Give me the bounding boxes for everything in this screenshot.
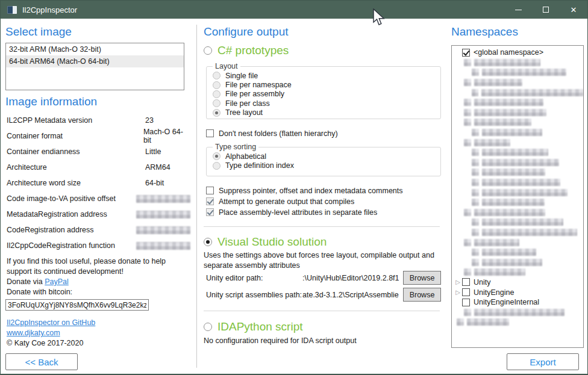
option-label: File per assembly [225, 90, 284, 98]
file-per-namespace-radio[interactable] [213, 81, 220, 89]
redacted-namespace-label [474, 239, 519, 246]
bitcoin-address-input[interactable] [5, 299, 149, 311]
namespace-item-redacted[interactable] [452, 147, 583, 158]
select-image-header: Select image [5, 25, 72, 39]
namespace-item-unityengineinternal[interactable]: UnityEngineInternal [452, 297, 583, 308]
namespace-item-redacted[interactable] [452, 67, 583, 78]
global-namespace-checkbox[interactable] [462, 49, 470, 57]
separator [204, 311, 440, 311]
namespace-item-redacted[interactable] [452, 128, 583, 138]
redacted-checkbox [464, 59, 471, 66]
info-value: 23 [145, 116, 154, 125]
namespace-item-redacted[interactable] [452, 78, 583, 88]
tree-layout-radio[interactable] [213, 109, 220, 117]
separate-attributes-checkbox[interactable] [206, 208, 214, 216]
layout-option[interactable]: Tree layout [213, 108, 436, 117]
namespace-item-redacted[interactable] [452, 137, 583, 147]
compilable-output-checkbox[interactable] [206, 197, 214, 205]
flatten-hierarchy-option[interactable]: Don't nest folders (flatten hierarchy) [206, 129, 338, 138]
image-list-item-selected[interactable]: 64-bit ARM64 (Mach-O 64-bit) [6, 55, 184, 67]
redacted-namespace-label [474, 59, 540, 66]
namespaces-list: <global namespace> ▷ Unity ▷ UnityEngine [451, 45, 584, 348]
file-per-assembly-radio[interactable] [213, 90, 220, 98]
image-list-item[interactable]: 32-bit ARM (Mach-O 32-bit) [6, 43, 184, 55]
paypal-link[interactable]: PayPal [45, 277, 69, 286]
idapython-label: IDAPython script [217, 320, 303, 333]
expander-icon[interactable]: ▷ [454, 289, 462, 296]
namespace-item-redacted[interactable] [452, 158, 583, 168]
website-link[interactable]: www.djkaty.com [7, 329, 60, 337]
namespace-item-redacted[interactable] [452, 307, 583, 317]
layout-option[interactable]: File per namespace [213, 80, 436, 89]
namespace-item-global[interactable]: <global namespace> [452, 48, 583, 58]
option-label: Alphabetical [225, 152, 266, 161]
namespace-item-redacted[interactable] [452, 58, 583, 68]
unity-editor-path-value[interactable]: :\Unity\Hub\Editor\2019.2.8f1 [302, 274, 399, 282]
suppress-comments-checkbox[interactable] [206, 187, 214, 194]
redacted-checkbox [472, 179, 479, 186]
redacted-namespace-label [482, 249, 536, 256]
minimize-button[interactable] [504, 1, 532, 19]
namespace-item-redacted[interactable] [452, 117, 583, 128]
unity-checkbox[interactable] [462, 278, 470, 286]
namespace-item-redacted[interactable] [452, 217, 583, 228]
export-button[interactable]: Export [507, 353, 579, 370]
maximize-button[interactable] [532, 1, 560, 19]
namespace-item-redacted[interactable] [452, 208, 583, 218]
idapython-radio[interactable] [204, 323, 212, 331]
namespace-item-redacted[interactable] [452, 228, 583, 238]
namespace-item-redacted[interactable] [452, 197, 583, 208]
namespace-item-redacted[interactable] [452, 257, 583, 267]
option-label: Single file [225, 72, 258, 80]
namespace-item-redacted[interactable] [452, 317, 583, 327]
namespace-item-redacted[interactable] [452, 87, 583, 98]
type-definition-index-radio[interactable] [213, 162, 220, 170]
info-label: Code image-to-VA positive offset [7, 194, 136, 203]
namespace-label: UnityEngine [474, 288, 514, 297]
visual-studio-option[interactable]: Visual Studio solution [204, 235, 327, 249]
idapython-option[interactable]: IDAPython script [204, 320, 303, 333]
browse-script-button[interactable]: Browse [403, 288, 441, 302]
namespace-item-redacted[interactable] [452, 98, 583, 108]
namespace-item-redacted[interactable] [452, 267, 583, 277]
namespace-item-unityengine[interactable]: ▷ UnityEngine [452, 287, 583, 297]
expander-icon[interactable]: ▷ [454, 279, 462, 285]
unity-script-path-label: Unity script assemblies path: [206, 291, 302, 299]
file-per-class-radio[interactable] [213, 99, 220, 107]
layout-option[interactable]: File per assembly [213, 90, 436, 99]
donate-via-text: Donate via [7, 277, 45, 286]
layout-option[interactable]: File per class [213, 99, 436, 108]
redacted-namespace-label [474, 268, 525, 276]
unityengine-checkbox[interactable] [462, 288, 470, 296]
namespace-item-unity[interactable]: ▷ Unity [452, 277, 583, 288]
option-label: Attempt to generate output that compiles [219, 197, 354, 206]
sorting-option[interactable]: Type definition index [213, 161, 436, 170]
separate-attributes-option[interactable]: Place assembly-level attributes in separ… [206, 208, 377, 217]
single-file-radio[interactable] [213, 72, 220, 79]
layout-option[interactable]: Single file [213, 71, 436, 80]
app-window: Il2CppInspector ✕ Select image 32-bit AR… [0, 0, 588, 375]
unity-script-path-value[interactable]: ate.3d-3.1.2\ScriptAssemblies [302, 291, 399, 299]
info-label: MetadataRegistration address [7, 210, 136, 218]
visual-studio-radio[interactable] [204, 238, 212, 246]
unityengineinternal-checkbox[interactable] [462, 299, 470, 306]
github-link[interactable]: Il2CppInspector on GitHub [7, 318, 95, 327]
compilable-output-option[interactable]: Attempt to generate output that compiles [206, 197, 354, 206]
csharp-prototypes-option[interactable]: C# prototypes [204, 44, 289, 57]
csharp-prototypes-radio[interactable] [204, 46, 212, 55]
redacted-value [136, 195, 190, 203]
namespace-item-redacted[interactable] [452, 178, 583, 188]
namespace-item-redacted[interactable] [452, 237, 583, 247]
alphabetical-radio[interactable] [213, 152, 220, 160]
back-button[interactable]: << Back [5, 353, 78, 370]
suppress-comments-option[interactable]: Suppress pointer, offset and index metad… [206, 186, 403, 195]
namespace-item-redacted[interactable] [452, 247, 583, 258]
flatten-hierarchy-checkbox[interactable] [206, 129, 214, 137]
info-label: Container format [7, 132, 143, 140]
namespace-item-redacted[interactable] [452, 187, 583, 197]
close-button[interactable]: ✕ [560, 1, 587, 19]
namespace-item-redacted[interactable] [452, 108, 583, 118]
browse-editor-button[interactable]: Browse [403, 271, 441, 285]
namespace-item-redacted[interactable] [452, 167, 583, 178]
sorting-option[interactable]: Alphabetical [213, 152, 436, 161]
